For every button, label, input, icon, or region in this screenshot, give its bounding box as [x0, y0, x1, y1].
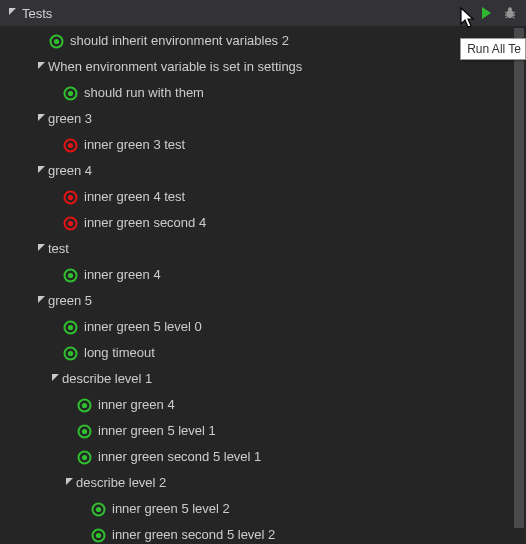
test-label: inner green 5 level 0 [84, 314, 202, 340]
suite-label: When environment variable is set in sett… [48, 54, 302, 80]
suite-label: green 3 [48, 106, 92, 132]
svg-point-21 [67, 324, 72, 329]
tree-suite[interactable]: When environment variable is set in sett… [0, 54, 526, 80]
status-pass-icon [62, 345, 78, 361]
status-pass-icon [48, 33, 64, 49]
vertical-scrollbar-thumb[interactable] [514, 28, 524, 528]
expand-twisty[interactable] [34, 106, 48, 132]
test-label: inner green 4 test [84, 184, 185, 210]
svg-line-6 [506, 17, 508, 18]
test-label: inner green second 5 level 1 [98, 444, 261, 470]
svg-point-29 [81, 454, 86, 459]
svg-line-2 [505, 12, 507, 13]
status-pass-icon [76, 423, 92, 439]
test-label: inner green second 5 level 2 [112, 522, 275, 544]
tests-panel-header[interactable]: Tests [0, 0, 526, 26]
svg-point-31 [95, 506, 100, 511]
suite-label: green 5 [48, 288, 92, 314]
svg-point-11 [67, 90, 72, 95]
test-label: inner green 5 level 1 [98, 418, 216, 444]
svg-point-19 [67, 272, 72, 277]
tree-test[interactable]: inner green second 5 level 2 [0, 522, 526, 544]
tree-test[interactable]: inner green second 5 level 1 [0, 444, 526, 470]
svg-point-25 [81, 402, 86, 407]
test-label: inner green 4 [84, 262, 161, 288]
test-label: long timeout [84, 340, 155, 366]
tree-test[interactable]: inner green 4 test [0, 184, 526, 210]
vertical-scrollbar[interactable] [512, 26, 526, 544]
status-pass-icon [76, 397, 92, 413]
tree-test[interactable]: should inherit environment variables 2 [0, 28, 526, 54]
tree-test[interactable]: inner green second 4 [0, 210, 526, 236]
svg-point-15 [67, 194, 72, 199]
tree-suite[interactable]: green 5 [0, 288, 526, 314]
play-icon [479, 6, 493, 20]
svg-point-9 [53, 38, 58, 43]
test-label: inner green 4 [98, 392, 175, 418]
tree-test[interactable]: long timeout [0, 340, 526, 366]
test-label: inner green 3 test [84, 132, 185, 158]
svg-point-33 [95, 532, 100, 537]
tree-suite[interactable]: describe level 1 [0, 366, 526, 392]
svg-line-3 [513, 12, 515, 13]
expand-twisty[interactable] [48, 366, 62, 392]
tests-tree[interactable]: should inherit environment variables 2Wh… [0, 26, 526, 544]
run-all-tooltip: Run All Te [460, 38, 526, 60]
svg-point-13 [67, 142, 72, 147]
test-label: inner green second 4 [84, 210, 206, 236]
tests-panel: Tests should inh [0, 0, 526, 544]
expand-twisty[interactable] [62, 470, 76, 496]
status-fail-icon [62, 189, 78, 205]
bug-icon [503, 6, 517, 20]
panel-collapse-twisty[interactable] [4, 5, 20, 21]
test-label: should run with them [84, 80, 204, 106]
expand-twisty[interactable] [34, 158, 48, 184]
expand-twisty[interactable] [34, 236, 48, 262]
status-pass-icon [90, 527, 106, 543]
tree-test[interactable]: inner green 4 [0, 392, 526, 418]
panel-actions [476, 3, 526, 23]
tree-test[interactable]: inner green 3 test [0, 132, 526, 158]
test-label: inner green 5 level 2 [112, 496, 230, 522]
status-pass-icon [76, 449, 92, 465]
tree-test[interactable]: inner green 5 level 2 [0, 496, 526, 522]
test-label: should inherit environment variables 2 [70, 28, 289, 54]
svg-point-1 [508, 7, 512, 11]
status-pass-icon [62, 267, 78, 283]
debug-tests-button[interactable] [500, 3, 520, 23]
tree-test[interactable]: should run with them [0, 80, 526, 106]
tree-suite[interactable]: test [0, 236, 526, 262]
status-pass-icon [90, 501, 106, 517]
svg-point-27 [81, 428, 86, 433]
svg-point-17 [67, 220, 72, 225]
panel-title: Tests [22, 6, 52, 21]
suite-label: green 4 [48, 158, 92, 184]
tree-test[interactable]: inner green 5 level 1 [0, 418, 526, 444]
status-fail-icon [62, 137, 78, 153]
status-pass-icon [62, 85, 78, 101]
tree-test[interactable]: inner green 4 [0, 262, 526, 288]
expand-twisty[interactable] [34, 288, 48, 314]
status-fail-icon [62, 215, 78, 231]
suite-label: describe level 1 [62, 366, 152, 392]
tree-suite[interactable]: green 3 [0, 106, 526, 132]
svg-point-23 [67, 350, 72, 355]
run-all-tests-button[interactable] [476, 3, 496, 23]
tree-suite[interactable]: green 4 [0, 158, 526, 184]
expand-twisty[interactable] [34, 54, 48, 80]
tree-test[interactable]: inner green 5 level 0 [0, 314, 526, 340]
tree-suite[interactable]: describe level 2 [0, 470, 526, 496]
svg-line-7 [513, 17, 515, 18]
suite-label: test [48, 236, 69, 262]
suite-label: describe level 2 [76, 470, 166, 496]
status-pass-icon [62, 319, 78, 335]
